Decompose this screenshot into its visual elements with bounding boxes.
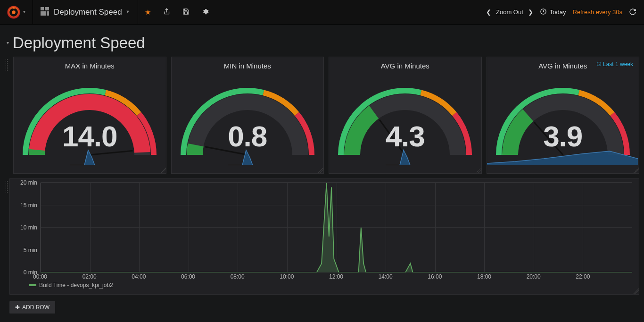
row-drag-handle[interactable] [5,178,8,295]
gauge-stage: 3.9 [487,71,639,165]
clock-icon [540,8,547,16]
zoom-out-button[interactable]: ❮ Zoom Out ❯ [486,8,533,16]
gauge-title: MIN in Minutes [172,57,324,71]
x-tick-label: 20:00 [527,273,541,280]
share-icon[interactable] [163,8,170,16]
y-tick-label: 10 min [20,224,37,231]
x-tick-label: 10:00 [280,273,294,280]
gauge-value: 3.9 [487,119,639,153]
row-title: Deployment Speed [13,34,145,52]
save-icon[interactable] [182,8,190,16]
gauge-panel[interactable]: MIN in Minutes 0.8 [171,57,324,174]
series-svg [41,183,632,272]
legend-swatch [29,284,36,286]
x-tick-label: 18:00 [477,273,491,280]
caret-down-icon: ▼ [23,10,26,14]
row-collapse-caret-icon[interactable]: ▾ [7,41,9,45]
gauge-title: MAX in Minutes [14,57,166,71]
plot-canvas[interactable] [40,183,632,272]
time-range-picker[interactable]: Today [540,8,566,16]
x-axis: 00:0002:0004:0006:0008:0010:0012:0014:00… [40,272,632,281]
x-tick-label: 22:00 [576,273,590,280]
dashboard-name: Deployment Speed [54,8,122,17]
x-tick-label: 12:00 [329,273,343,280]
y-tick-label: 15 min [20,202,37,209]
row-drag-handle[interactable] [5,57,8,174]
svg-rect-4 [41,11,46,16]
toolbar-right: ❮ Zoom Out ❯ Today Refresh every 30s [486,0,644,24]
graph-panel-row: 0 min5 min10 min15 min20 min 00:0002:000… [5,178,639,295]
grafana-logo-icon [7,5,21,19]
gauge-panel-row: MAX in Minutes 14.0 MIN in Minutes [5,57,639,174]
add-row-button[interactable]: ✚ ADD ROW [9,301,55,314]
plot-area: 0 min5 min10 min15 min20 min [17,183,632,272]
gauge-panel[interactable]: AVG in Minutes Last 1 week 3.9 [487,57,640,174]
star-icon[interactable]: ★ [145,8,151,16]
add-row-label: ADD ROW [22,304,50,311]
chevron-right-icon: ❯ [528,9,533,15]
time-range-label: Today [550,8,566,16]
svg-rect-2 [41,7,44,10]
x-tick-label: 00:00 [33,273,47,280]
dashboard-page: ▾ Deployment Speed MAX in Minutes 14.0 M… [0,25,644,318]
y-tick-label: 20 min [20,179,37,186]
x-tick-label: 08:00 [231,273,245,280]
svg-rect-3 [45,7,49,10]
top-navbar: ▼ Deployment Speed ▼ ★ [0,0,644,25]
row-header: ▾ Deployment Speed [7,34,639,52]
zoom-label: Zoom Out [496,8,523,16]
panel-resize-handle[interactable] [633,288,639,294]
plus-icon: ✚ [15,305,20,310]
dashboard-grid-icon [41,7,49,17]
grafana-logo-menu[interactable]: ▼ [0,0,33,24]
caret-down-icon: ▼ [126,10,130,14]
gauge-value: 4.3 [329,119,481,153]
build-time-graph-panel[interactable]: 0 min5 min10 min15 min20 min 00:0002:000… [9,178,639,295]
gauge-panel[interactable]: AVG in Minutes 4.3 [329,57,482,174]
panel-resize-handle[interactable] [476,168,481,173]
panel-resize-handle[interactable] [160,168,166,173]
svg-point-1 [12,10,16,14]
graph-legend[interactable]: Build Time - devops_kpi_job2 [29,281,632,288]
dashboard-picker[interactable]: Deployment Speed ▼ [33,0,138,24]
x-tick-label: 14:00 [379,273,393,280]
x-tick-label: 04:00 [132,273,146,280]
gauge-value: 0.8 [172,119,324,153]
y-axis: 0 min5 min10 min15 min20 min [17,183,40,272]
settings-gear-icon[interactable] [202,8,209,16]
x-tick-label: 06:00 [181,273,195,280]
gauge-stage: 14.0 [14,71,166,165]
x-tick-label: 02:00 [83,273,97,280]
svg-rect-5 [47,11,49,16]
gauge-value: 14.0 [14,119,166,153]
refresh-interval-picker[interactable]: Refresh every 30s [573,8,623,16]
gauge-stage: 0.8 [172,71,324,165]
gauge-panel[interactable]: MAX in Minutes 14.0 [13,57,166,174]
panel-resize-handle[interactable] [318,168,323,173]
toolbar-left-icons: ★ [138,0,209,24]
panel-time-override-badge[interactable]: Last 1 week [596,61,633,68]
legend-label: Build Time - devops_kpi_job2 [39,282,113,288]
gauge-title: AVG in Minutes [329,57,481,71]
chevron-left-icon: ❮ [486,9,491,15]
refresh-icon[interactable] [629,8,636,17]
y-tick-label: 5 min [24,247,37,254]
x-tick-label: 16:00 [428,273,442,280]
gauge-stage: 4.3 [329,71,481,165]
panel-resize-handle[interactable] [633,168,639,173]
